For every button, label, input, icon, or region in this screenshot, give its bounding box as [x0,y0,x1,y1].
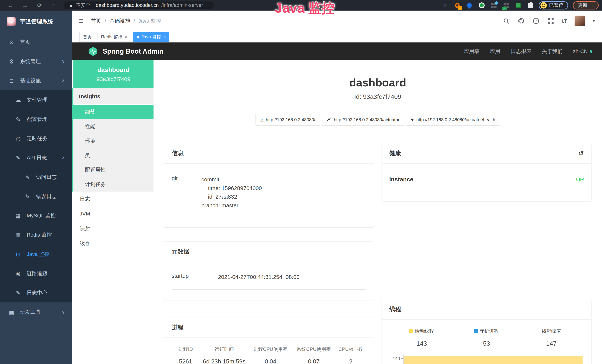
sba-menu-jvm[interactable]: JVM [74,206,153,221]
font-size-icon[interactable]: tT [562,18,567,24]
reload-icon[interactable]: ⟳ [32,2,47,9]
sba-nav-language[interactable]: zh-CN ∨ [573,48,593,54]
kebab-menu-icon[interactable]: ⋮ [591,2,595,8]
sidebar-item-file[interactable]: ☁ 文件管理 [0,90,72,110]
address-bar[interactable]: ▲ 不安全 dashboard.yudao.iocoder.cn/infra/a… [64,1,214,9]
instance-links: ⌂ http://192.168.0.2:48080/ http://192.1… [153,114,602,126]
health-instance-row[interactable]: Instance UP [389,172,584,191]
sba-menu-logging[interactable]: 日志 [74,192,153,206]
tab-java-monitor[interactable]: Java 监控 × [133,32,169,42]
status-badge: UP [576,176,584,183]
sidebar-item-mysql[interactable]: ▦ MySQL 监控 [0,206,72,225]
val-system-cpu: 0.07 [292,358,335,364]
sidebar-item-home[interactable]: ⊙ 首页 [0,32,72,52]
breadcrumb-home[interactable]: 首页 [91,17,101,24]
sidebar-item-java[interactable]: ⊡ Java 监控 [0,245,72,264]
home-icon[interactable]: ⌂ [47,2,61,9]
sidebar-item-api-log[interactable]: ✎ API 日志 ∧ [0,148,72,167]
sidebar-item-redis[interactable]: ≣ Redis 监控 [0,225,72,245]
sba-menu-caches[interactable]: 缓存 [74,236,153,251]
github-icon[interactable] [517,17,525,25]
avatar-caret-icon[interactable]: ▾ [593,18,595,23]
wrench-icon [327,118,331,122]
sidebar-item-dev-tools[interactable]: ▣ 研发工具 ∨ [0,302,72,322]
url-divider [93,3,93,8]
forward-icon[interactable]: → [18,2,32,9]
sba-menu-config-props[interactable]: 配置属性 [74,163,153,177]
sidebar-item-infra[interactable]: ⊡ 基础设施 ∧ [0,71,72,90]
metadata-startup-row: startup 2021-04-27T00:44:31.254+08:00 [172,270,366,290]
database-icon: ▦ [14,213,22,219]
paused-profile-button[interactable]: 已暂停 [539,1,568,10]
breadcrumb-infra[interactable]: 基础设施 [109,17,130,24]
link-actuator-url[interactable]: http://192.168.0.2:48080/actuator [322,114,404,126]
hamburger-icon[interactable]: ≡ [79,17,84,25]
sba-menu-mappings[interactable]: 映射 [74,221,153,236]
health-label: Instance [389,176,413,183]
process-table-values: 5261 6d 23h 15m 59s 0.04 0.07 2 [172,358,366,364]
tab-redis-monitor[interactable]: Redis 监控 × [97,32,131,42]
close-icon[interactable]: × [125,34,127,40]
extension-grid-icon[interactable] [491,2,497,9]
git-id-line: id: 27aa832 [201,193,366,201]
timer-icon: ◷ [14,135,22,142]
sidebar-item-config[interactable]: ✎ 配置管理 [0,110,72,129]
git-branch-line: branch: master [201,201,366,210]
sidebar-item-error-log[interactable]: ✎ 错误日志 [0,187,72,206]
sidebar-item-access-log[interactable]: ✎ 访问日志 [0,167,72,187]
active-dot [137,36,139,38]
extension-switch-icon[interactable]: on [503,2,509,9]
metadata-card: 元数据 startup 2021-04-27T00:44:31.254+08:0… [164,242,374,300]
sba-menu-environment[interactable]: 环境 [74,134,153,148]
app-logo-row[interactable]: 芋道管理系统 [0,11,72,32]
sba-menu-details[interactable]: 细节 [74,105,153,119]
url-path: /infra/admin-server [161,2,203,8]
search-icon[interactable] [503,17,510,25]
sba-menu-scheduled-tasks[interactable]: 计划任务 [74,177,153,192]
sba-menu-metrics[interactable]: 性能 [74,119,153,134]
edit-icon: ✎ [14,116,22,123]
extension-sprout-icon[interactable] [515,2,522,9]
app-sidebar: 芋道管理系统 ⊙ 首页 ⚙ 系统管理 ∨ ⊡ 基础设施 ∧ ☁ 文件管理 ✎ 配… [0,11,72,364]
col-pid: 进程ID [172,346,200,353]
sba-nav-journal[interactable]: 日志报表 [511,48,532,55]
svg-text:?: ? [535,19,537,23]
tab-home[interactable]: 首页 [79,32,95,42]
extension-green-circle-icon[interactable] [478,2,485,9]
sidebar-item-trace[interactable]: ◉ 链路追踪 [0,264,72,283]
update-browser-button[interactable]: 更新 ⋮ [573,1,599,10]
sidebar-item-log-center[interactable]: ✎ 日志中心 [0,283,72,302]
security-label[interactable]: 不安全 [76,2,90,9]
chevron-up-icon: ∧ [62,78,65,83]
sba-nav-wallboard[interactable]: 应用墙 [464,48,480,55]
close-icon[interactable]: × [163,34,166,40]
card-title: 信息 [172,149,183,157]
bookmark-star-icon[interactable]: ☆ [442,2,448,9]
sba-brand[interactable]: Spring Boot Admin [103,47,163,55]
extension-pin-icon[interactable] [466,2,473,9]
extension-orange-icon[interactable]: 1 [454,2,461,9]
info-key: git [172,175,201,210]
sba-nav-applications[interactable]: 应用 [490,48,500,55]
sba-instance-header[interactable]: dashboard 93a3fc7f7409 [74,60,153,88]
link-home-url[interactable]: ⌂ http://192.168.0.2:48080/ [255,114,320,126]
link-health-url[interactable]: ♥ http://192.168.0.2:48080/actuator/heal… [406,114,500,126]
process-card: 进程 进程ID 运行时间 进程CPU使用率 系统CPU使用率 CPU核心数 [164,317,374,364]
history-icon[interactable]: ↺ [578,150,584,157]
fullscreen-icon[interactable] [547,17,555,25]
process-table-header: 进程ID 运行时间 进程CPU使用率 系统CPU使用率 CPU核心数 [172,346,366,353]
user-avatar[interactable] [575,16,585,26]
sba-nav-about[interactable]: 关于我们 [542,48,563,55]
stat-value: 143 [389,340,454,347]
legend-blue-square [474,329,478,333]
extensions-puzzle-icon[interactable] [527,2,534,9]
instance-name: dashboard [97,66,129,74]
sba-main: dashboard Id: 93a3fc7f7409 ⌂ http://192.… [153,60,602,364]
sba-menu-classes[interactable]: 类 [74,148,153,163]
sidebar-item-job[interactable]: ◷ 定时任务 [0,129,72,148]
sidebar-item-system[interactable]: ⚙ 系统管理 ∨ [0,52,72,71]
back-icon[interactable]: ← [3,2,18,9]
stat-peak-threads: 线程峰值 147 [519,328,584,347]
tab-label: Java 监控 [141,34,161,40]
help-icon[interactable]: ? [532,17,540,25]
